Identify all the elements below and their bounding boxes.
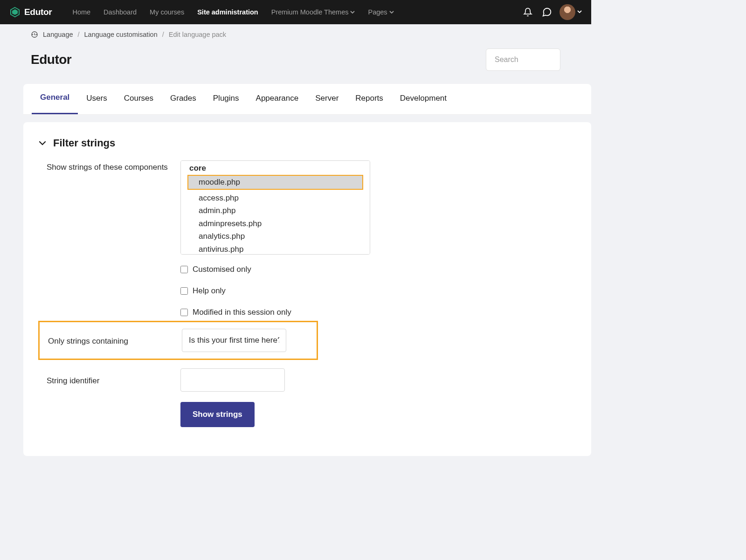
tab-reports[interactable]: Reports xyxy=(347,84,392,114)
modified-session-checkbox[interactable] xyxy=(180,309,188,316)
identifier-input[interactable] xyxy=(180,368,285,392)
help-only-label[interactable]: Help only xyxy=(193,286,226,296)
nav-home[interactable]: Home xyxy=(66,8,97,16)
modified-session-row: Modified in this session only xyxy=(180,308,576,317)
breadcrumb: Language / Language customisation / Edit… xyxy=(0,24,591,45)
modified-session-label[interactable]: Modified in this session only xyxy=(193,308,291,317)
checkboxes-row: Customised only Help only Modified in th… xyxy=(38,265,576,317)
ms-option-admin[interactable]: admin.php xyxy=(181,204,370,217)
notifications-icon[interactable] xyxy=(518,7,537,17)
nav-premium-themes[interactable]: Premium Moodle Themes xyxy=(265,8,362,16)
breadcrumb-current: Edit language pack xyxy=(169,31,226,38)
dashboard-icon xyxy=(31,31,38,38)
messages-icon[interactable] xyxy=(537,7,557,17)
components-label: Show strings of these components xyxy=(38,160,180,173)
breadcrumb-sep: / xyxy=(78,31,80,38)
page-head: Edutor xyxy=(0,45,591,84)
admin-tabs: General Users Courses Grades Plugins App… xyxy=(23,84,591,115)
containing-label: Only strings containing xyxy=(40,329,182,347)
nav-site-administration[interactable]: Site administration xyxy=(191,8,265,16)
logo-hex-icon xyxy=(9,7,21,18)
ms-option-adminpresets[interactable]: adminpresets.php xyxy=(181,217,370,230)
nav-premium-themes-label: Premium Moodle Themes xyxy=(271,8,349,16)
tab-users[interactable]: Users xyxy=(78,84,115,114)
customised-only-checkbox[interactable] xyxy=(180,266,188,273)
nav-pages-label: Pages xyxy=(368,8,387,16)
breadcrumb-language[interactable]: Language xyxy=(43,31,73,38)
nav-my-courses[interactable]: My courses xyxy=(143,8,191,16)
chevron-down-icon xyxy=(350,10,355,14)
ms-option-analytics[interactable]: analytics.php xyxy=(181,230,370,243)
ms-option-antivirus[interactable]: antivirus.php xyxy=(181,243,370,255)
customised-only-row: Customised only xyxy=(180,265,576,274)
tab-courses[interactable]: Courses xyxy=(116,84,162,114)
submit-row: Show strings xyxy=(38,402,576,427)
filter-strings-title: Filter strings xyxy=(53,137,115,149)
page-title: Edutor xyxy=(31,52,71,67)
tab-development[interactable]: Development xyxy=(392,84,455,114)
highlight-containing-row: Only strings containing xyxy=(38,321,318,360)
tab-appearance[interactable]: Appearance xyxy=(248,84,307,114)
ms-group-core: core xyxy=(181,163,370,174)
highlight-moodle-option: moodle.php xyxy=(187,175,363,190)
show-strings-button[interactable]: Show strings xyxy=(180,402,255,427)
tab-plugins[interactable]: Plugins xyxy=(205,84,248,114)
nav-dashboard[interactable]: Dashboard xyxy=(97,8,143,16)
help-only-row: Help only xyxy=(180,286,576,296)
breadcrumb-lang-customisation[interactable]: Language customisation xyxy=(84,31,158,38)
identifier-label: String identifier xyxy=(38,368,180,387)
tab-general[interactable]: General xyxy=(32,84,78,114)
content-panel: Filter strings Show strings of these com… xyxy=(23,122,591,456)
containing-input[interactable] xyxy=(182,329,286,352)
chevron-down-icon xyxy=(389,10,394,14)
customised-only-label[interactable]: Customised only xyxy=(193,265,251,274)
brand-name: Edutor xyxy=(24,7,52,17)
ms-option-moodle[interactable]: moodle.php xyxy=(188,176,362,189)
search-input[interactable] xyxy=(495,55,552,64)
ms-option-access[interactable]: access.php xyxy=(181,192,370,205)
components-multiselect[interactable]: core moodle.php access.php admin.php adm… xyxy=(180,160,370,255)
tab-server[interactable]: Server xyxy=(307,84,347,114)
help-only-checkbox[interactable] xyxy=(180,287,188,295)
top-nav: Edutor Home Dashboard My courses Site ad… xyxy=(0,0,591,24)
nav-pages[interactable]: Pages xyxy=(361,8,400,16)
identifier-row: String identifier xyxy=(38,368,576,392)
filter-strings-header[interactable]: Filter strings xyxy=(38,137,576,149)
avatar[interactable] xyxy=(560,4,575,20)
brand-logo[interactable]: Edutor xyxy=(9,7,52,18)
components-row: Show strings of these components core mo… xyxy=(38,160,576,255)
breadcrumb-sep: / xyxy=(162,31,164,38)
tab-grades[interactable]: Grades xyxy=(162,84,205,114)
chevron-down-icon xyxy=(38,139,47,147)
search-box xyxy=(486,48,560,71)
user-menu-caret[interactable] xyxy=(577,9,582,15)
